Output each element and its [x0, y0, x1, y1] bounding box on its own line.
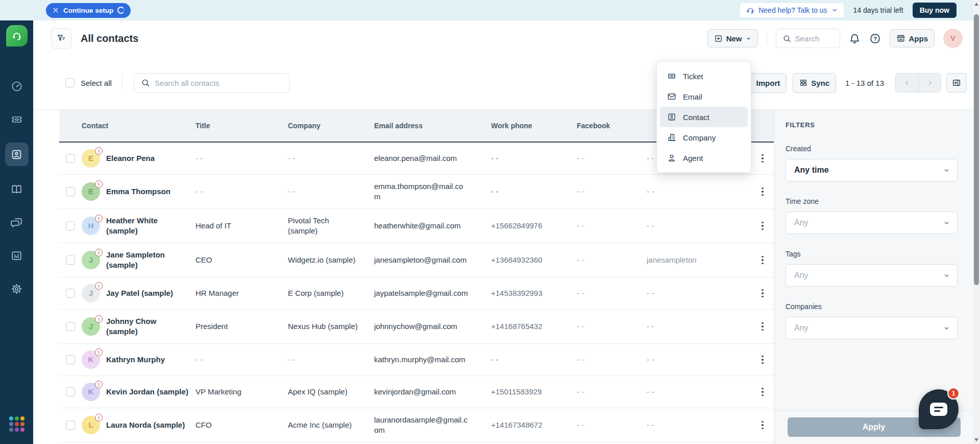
- column-header-company[interactable]: Company: [288, 122, 374, 130]
- contact-name-link[interactable]: Kevin Jordan (sample): [106, 387, 188, 397]
- cell-extra: - -: [647, 413, 751, 437]
- cell-company: - -: [288, 348, 374, 371]
- contact-name-link[interactable]: Johnny Chow (sample): [106, 316, 189, 337]
- row-checkbox[interactable]: [66, 187, 75, 196]
- filter-select-tags[interactable]: Any: [786, 264, 958, 287]
- row-checkbox[interactable]: [66, 355, 75, 364]
- cell-facebook: - -: [577, 380, 647, 404]
- table-row[interactable]: K ! Kevin Jordan (sample) VP Marketing A…: [59, 376, 774, 408]
- cell-title: CEO: [195, 248, 288, 272]
- select-all-checkbox[interactable]: [65, 78, 75, 87]
- page-header: All contacts New: [33, 20, 980, 56]
- row-menu-kebab-icon[interactable]: [758, 353, 767, 367]
- cell-extra: - -: [647, 348, 751, 371]
- sidebar-item-analytics[interactable]: [6, 245, 28, 266]
- global-search-input[interactable]: [795, 34, 831, 43]
- menu-item-ticket[interactable]: Ticket: [660, 66, 748, 86]
- scroll-up-arrow-icon[interactable]: [973, 0, 980, 8]
- sidebar-item-settings[interactable]: [6, 278, 28, 299]
- filter-select-timezone[interactable]: Any: [786, 212, 958, 234]
- column-header-work-phone[interactable]: Work phone: [491, 122, 577, 130]
- column-header-facebook[interactable]: Facebook: [577, 122, 647, 130]
- continue-setup-button[interactable]: Continue setup: [46, 3, 131, 18]
- row-checkbox[interactable]: [66, 322, 75, 331]
- collapse-panel-button[interactable]: [946, 73, 967, 92]
- sidebar-item-conversations[interactable]: [6, 212, 28, 232]
- global-search[interactable]: [776, 29, 840, 48]
- column-header-contact[interactable]: Contact: [82, 122, 195, 130]
- contact-name-link[interactable]: Laura Norda (sample): [106, 420, 185, 430]
- row-menu-kebab-icon[interactable]: [758, 151, 767, 166]
- column-header-title[interactable]: Title: [195, 122, 288, 130]
- contacts-search[interactable]: [134, 73, 290, 93]
- table-row[interactable]: K ! Kathryn Murphy - - - - kathryn.murph…: [59, 344, 774, 376]
- filter-select-created[interactable]: Any time: [786, 159, 958, 181]
- row-menu-kebab-icon[interactable]: [758, 418, 767, 433]
- filter-select-companies[interactable]: Any: [786, 317, 958, 339]
- sidebar-item-contacts[interactable]: [5, 143, 29, 166]
- contact-name-link[interactable]: Jay Patel (sample): [106, 288, 173, 298]
- chat-widget-button[interactable]: 1: [919, 389, 959, 429]
- row-menu-kebab-icon[interactable]: [758, 286, 767, 301]
- menu-item-email[interactable]: Email: [660, 86, 748, 107]
- apps-marketplace-button[interactable]: Apps: [890, 29, 935, 48]
- scroll-down-arrow-icon[interactable]: [973, 436, 980, 444]
- row-checkbox[interactable]: [66, 221, 75, 230]
- menu-item-company[interactable]: Company: [660, 127, 748, 148]
- buy-now-button[interactable]: Buy now: [913, 3, 957, 18]
- contact-name-link[interactable]: Kathryn Murphy: [106, 355, 165, 365]
- sidebar-item-dashboard[interactable]: [6, 76, 28, 97]
- app-switcher-grid-icon[interactable]: [9, 416, 24, 432]
- alert-badge-icon: !: [95, 414, 103, 422]
- search-icon: [141, 78, 150, 87]
- funnel-filter-icon: [56, 33, 66, 43]
- scrollbar-thumb[interactable]: [974, 14, 979, 285]
- row-checkbox[interactable]: [66, 387, 75, 396]
- menu-item-contact[interactable]: Contact: [660, 107, 748, 127]
- import-button[interactable]: Import: [750, 73, 787, 93]
- new-button[interactable]: New: [707, 29, 758, 48]
- table-row[interactable]: E ! Emma Thompson - - - - emma.thompson@…: [59, 175, 774, 209]
- table-row[interactable]: H ! Heather White (sample) Head of IT Pi…: [59, 209, 774, 243]
- need-help-button[interactable]: Need help? Talk to us: [740, 3, 844, 18]
- table-row[interactable]: J ! Jay Patel (sample) HR Manager E Corp…: [59, 277, 774, 310]
- row-checkbox[interactable]: [66, 154, 75, 163]
- alert-badge-icon: !: [95, 282, 103, 290]
- page-title: All contacts: [81, 33, 138, 44]
- table-row[interactable]: J ! Jane Sampleton (sample) CEO Widgetz.…: [59, 243, 774, 277]
- row-checkbox[interactable]: [66, 420, 75, 430]
- headset-icon: [746, 6, 754, 14]
- contact-avatar: K !: [82, 350, 100, 369]
- contacts-search-input[interactable]: [155, 79, 283, 87]
- table-row[interactable]: J ! Johnny Chow (sample) President Nexus…: [59, 310, 774, 344]
- contact-name-link[interactable]: Jane Sampleton (sample): [106, 250, 165, 270]
- freshworks-logo[interactable]: [6, 25, 28, 46]
- contact-name-link[interactable]: Emma Thompson: [106, 186, 170, 197]
- contact-name-link[interactable]: Eleanor Pena: [106, 153, 155, 163]
- cell-extra: janesampleton: [647, 248, 751, 272]
- sync-button[interactable]: Sync: [793, 73, 836, 93]
- notifications-bell-icon[interactable]: [849, 33, 861, 44]
- row-menu-kebab-icon[interactable]: [758, 385, 767, 400]
- menu-item-agent[interactable]: Agent: [660, 148, 748, 168]
- user-avatar[interactable]: V: [943, 29, 963, 48]
- row-checkbox[interactable]: [66, 289, 75, 298]
- sidebar-item-tickets[interactable]: [6, 109, 28, 130]
- view-filter-button[interactable]: [51, 28, 71, 49]
- prev-page-button[interactable]: [896, 74, 918, 92]
- contact-name-link[interactable]: Heather White (sample): [106, 216, 189, 236]
- help-question-icon[interactable]: ?: [869, 33, 881, 44]
- row-menu-kebab-icon[interactable]: [758, 184, 767, 199]
- cell-title: - -: [195, 348, 288, 371]
- next-page-button[interactable]: [918, 74, 941, 92]
- headset-logo-icon: [11, 30, 22, 41]
- table-row[interactable]: L ! Laura Norda (sample) CFO Acme Inc (s…: [59, 408, 774, 442]
- sidebar-item-knowledge-base[interactable]: [6, 179, 28, 199]
- window-scrollbar[interactable]: [973, 0, 980, 444]
- cell-work-phone: - -: [491, 180, 577, 203]
- column-header-email[interactable]: Email address: [374, 122, 491, 130]
- row-menu-kebab-icon[interactable]: [758, 253, 767, 268]
- row-checkbox[interactable]: [66, 255, 75, 265]
- row-menu-kebab-icon[interactable]: [758, 319, 767, 334]
- row-menu-kebab-icon[interactable]: [758, 219, 767, 233]
